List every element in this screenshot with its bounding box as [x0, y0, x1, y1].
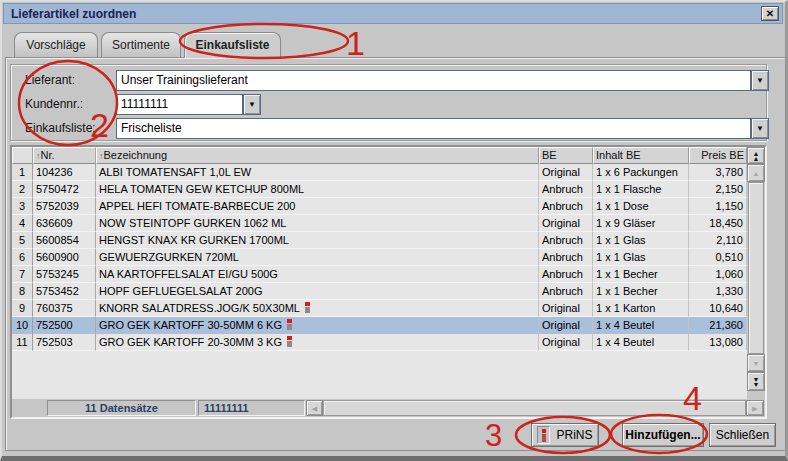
prins-button-label: PRiNS — [556, 428, 592, 442]
cell-be: Anbruch — [539, 266, 593, 283]
cell-text: NOW STEINTOPF GURKEN 1062 ML — [99, 217, 286, 229]
filter-form: Lieferant: Kundennr.: Einkaufsliste: Uns… — [10, 64, 767, 141]
title-bar[interactable]: Lieferartikel zuordnen ✕ — [3, 3, 783, 24]
header-be[interactable]: BE — [539, 147, 593, 164]
tab-einkaufsliste[interactable]: Einkaufsliste — [184, 32, 281, 58]
cell-text: 1 x 1 Becher — [596, 285, 658, 297]
cell-inhalt: 1 x 1 Glas — [593, 249, 689, 266]
cell-text: 8 — [19, 285, 25, 297]
scrollbar-thumb[interactable] — [748, 182, 764, 354]
cell-text: 1 x 6 Packungen — [596, 166, 678, 178]
einkaufsliste-dropdown-button[interactable]: ▼ — [751, 118, 769, 139]
scroll-left-button[interactable]: ◀ — [306, 400, 323, 416]
table-row[interactable]: 10752500GRO GEK KARTOFF 30-50MM 6 KGOrig… — [12, 317, 747, 334]
cell-nr: 5600854 — [33, 232, 96, 249]
prins-button[interactable]: PRiNS — [531, 423, 599, 447]
cell-preis: 18,450 — [689, 215, 747, 232]
cell-text: GRO GEK KARTOFF 20-30MM 3 KG — [99, 336, 282, 348]
header-preis-be[interactable]: Preis BE — [689, 147, 747, 164]
header-bezeichnung[interactable]: ↑Bezeichnung — [96, 147, 539, 164]
cell-bezeichnung: KNORR SALATDRESS.JOG/K 50X30ML — [96, 300, 539, 317]
cell-text: 9 — [19, 302, 25, 314]
header-label: Nr. — [41, 149, 55, 161]
header-label: Preis BE — [701, 149, 744, 161]
vertical-scrollbar[interactable]: ▲ ▲ ▲ ▼ ▼ ▼ — [747, 147, 765, 399]
table-row[interactable]: 75753245NA KARTOFFELSALAT EI/GU 500GAnbr… — [12, 266, 747, 283]
cell-text: 4 — [19, 217, 25, 229]
einkaufsliste-combobox[interactable]: Frischeliste — [116, 118, 751, 139]
cell-num: 3 — [12, 198, 33, 215]
cell-text: Original — [542, 302, 580, 314]
close-button[interactable]: ✕ — [761, 6, 779, 21]
cell-nr: 5600900 — [33, 249, 96, 266]
cell-text: 1 x 1 Karton — [596, 302, 655, 314]
cell-num: 10 — [12, 317, 33, 334]
table-row[interactable]: 1104236ALBI TOMATENSAFT 1,0L EWOriginal1… — [12, 164, 747, 181]
scroll-up-button[interactable]: ▲ — [747, 164, 765, 182]
table-row[interactable]: 25750472HELA TOMATEN GEW KETCHUP 800MLAn… — [12, 181, 747, 198]
table-row[interactable]: 4636609NOW STEINTOPF GURKEN 1062 MLOrigi… — [12, 215, 747, 232]
cell-text: KNORR SALATDRESS.JOG/K 50X30ML — [99, 302, 300, 314]
cell-preis: 3,780 — [689, 164, 747, 181]
scroll-down-button[interactable]: ▼ — [747, 354, 765, 372]
cell-text: 21,360 — [709, 319, 743, 331]
cell-num: 2 — [12, 181, 33, 198]
lieferant-label: Lieferant: — [25, 70, 75, 91]
scroll-to-top-button[interactable]: ▲ ▲ — [747, 147, 765, 164]
cell-be: Anbruch — [539, 283, 593, 300]
cell-be: Original — [539, 215, 593, 232]
table-row[interactable]: 11752503GRO GEK KARTOFF 20-30MM 3 KGOrig… — [12, 334, 747, 351]
cell-text: HOPF GEFLUEGELSALAT 200G — [99, 285, 262, 297]
cell-num: 1 — [12, 164, 33, 181]
table-row[interactable]: 65600900GEWUERZGURKEN 720MLAnbruch1 x 1 … — [12, 249, 747, 266]
cell-nr: 5750472 — [33, 181, 96, 198]
table-row[interactable]: 85753452HOPF GEFLUEGELSALAT 200GAnbruch1… — [12, 283, 747, 300]
header-inhalt-be[interactable]: Inhalt BE — [593, 147, 689, 164]
cell-nr: 752500 — [33, 317, 96, 334]
cell-text: 5752039 — [36, 200, 79, 212]
cell-preis: 13,080 — [689, 334, 747, 351]
cell-text: 1,150 — [715, 200, 743, 212]
kundennr-label: Kundennr.: — [25, 94, 83, 115]
dialog-lieferartikel-zuordnen: Lieferartikel zuordnen ✕ Vorschläge Sort… — [0, 0, 788, 461]
cell-text: 1 x 4 Beutel — [596, 336, 654, 348]
cell-text: 3,780 — [715, 166, 743, 178]
cell-inhalt: 1 x 1 Glas — [593, 232, 689, 249]
cell-text: GEWUERZGURKEN 720ML — [99, 251, 239, 263]
scroll-right-button[interactable]: ▶ — [746, 400, 764, 416]
close-icon: ✕ — [766, 8, 774, 19]
cell-text: 1 x 1 Flasche — [596, 183, 661, 195]
lieferant-dropdown-button[interactable]: ▼ — [751, 70, 769, 91]
einkaufsliste-label: Einkaufsliste: — [25, 118, 96, 139]
cell-text: Original — [542, 319, 580, 331]
lieferant-combobox[interactable]: Unser Trainingslieferant — [116, 70, 751, 91]
cell-text: 752503 — [36, 336, 73, 348]
header-rownum[interactable] — [12, 147, 33, 164]
cell-num: 8 — [12, 283, 33, 300]
header-label: BE — [542, 149, 557, 161]
scroll-to-bottom-button[interactable]: ▼ ▼ — [747, 372, 765, 391]
kundennr-dropdown-button[interactable]: ▼ — [243, 94, 261, 115]
cell-text: Anbruch — [542, 200, 583, 212]
table-header: ↑Nr. ↑Bezeichnung BE Inhalt BE Preis BE — [12, 147, 747, 164]
prins-info-marker-icon — [287, 336, 292, 347]
cell-text: Original — [542, 336, 580, 348]
tab-vorschlaege[interactable]: Vorschläge — [14, 32, 98, 57]
cell-text: 5600900 — [36, 251, 79, 263]
cell-text: HENGST KNAX KR GURKEN 1700ML — [99, 234, 289, 246]
table-row[interactable]: 9760375KNORR SALATDRESS.JOG/K 50X30MLOri… — [12, 300, 747, 317]
table-status-bar: 11 Datensätze 11111111 ◀ ▶ — [12, 399, 765, 417]
tab-sortimente[interactable]: Sortimente — [101, 32, 181, 57]
cell-text: 1 x 4 Beutel — [596, 319, 654, 331]
table-row[interactable]: 55600854HENGST KNAX KR GURKEN 1700MLAnbr… — [12, 232, 747, 249]
table-row[interactable]: 35752039APPEL HEFI TOMATE-BARBECUE 200An… — [12, 198, 747, 215]
scrollbar-track[interactable] — [747, 182, 765, 354]
header-nr[interactable]: ↑Nr. — [33, 147, 96, 164]
cell-bezeichnung: ALBI TOMATENSAFT 1,0L EW — [96, 164, 539, 181]
schliessen-button[interactable]: Schließen — [709, 423, 776, 447]
cell-be: Anbruch — [539, 249, 593, 266]
cell-text: 2,110 — [716, 234, 743, 246]
hinzufuegen-button[interactable]: Hinzufügen... — [622, 423, 704, 447]
hscrollbar-track[interactable] — [323, 400, 746, 416]
kundennr-combobox[interactable]: 11111111 — [116, 94, 243, 115]
